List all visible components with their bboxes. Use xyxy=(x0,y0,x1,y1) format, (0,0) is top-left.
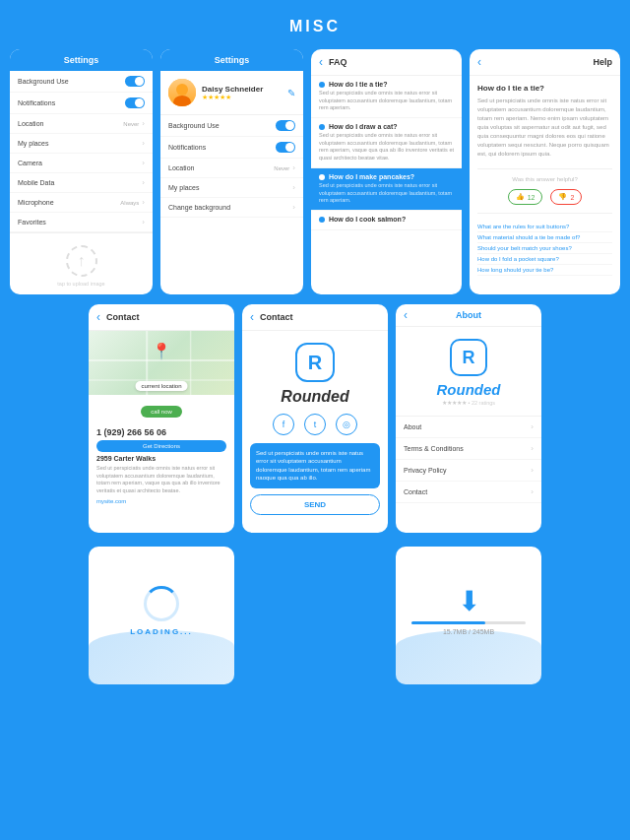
s2-notifications[interactable]: Notifications xyxy=(160,137,303,159)
map-pin-icon: 📍 xyxy=(152,341,171,359)
settings-item-notifications[interactable]: Notifications xyxy=(10,93,153,114)
twitter-icon[interactable]: t xyxy=(304,414,326,435)
help-link-1[interactable]: What are the rules for suit buttons? xyxy=(477,222,612,232)
help-answer-text: Sed ut perspiciatis unde omnis iste natu… xyxy=(470,97,620,164)
settings-item-background[interactable]: Background Use xyxy=(10,71,153,93)
avatar-face xyxy=(168,79,196,106)
download-panel: ⬇ 15.7MB / 245MB xyxy=(396,547,541,684)
profile-info: Daisy Schneider ★★★★★ xyxy=(202,85,263,101)
toggle-notifications[interactable] xyxy=(125,97,145,108)
profile-name: Daisy Schneider xyxy=(202,85,263,94)
faq-item-2[interactable]: How do I draw a cat? Sed ut perspiciatis… xyxy=(311,118,462,168)
faq-dot-active xyxy=(319,174,325,180)
download-icon: ⬇ xyxy=(458,585,480,617)
thumbup-icon: 👍 xyxy=(516,193,525,201)
toggle-notif2[interactable] xyxy=(276,142,295,153)
upload-icon[interactable]: ↑ xyxy=(66,245,97,277)
facebook-icon[interactable]: f xyxy=(273,414,294,435)
rounded-app-title: Rounded xyxy=(281,388,348,406)
help-links-list: What are the rules for suit buttons? Wha… xyxy=(470,218,620,280)
contact-description: Sed ut perspiciatis unde omnis iste natu… xyxy=(96,465,226,495)
call-now-button[interactable]: call now xyxy=(141,406,182,418)
rounded-logo: R xyxy=(295,343,335,382)
faq-item-3-active[interactable]: How do I make pancakes? Sed ut perspicia… xyxy=(311,168,462,211)
about-menu-terms[interactable]: Terms & Conditions › xyxy=(396,438,541,460)
settings-item-label: Camera xyxy=(18,160,42,166)
download-size-label: 15.7MB / 245MB xyxy=(443,628,494,635)
settings-item-label: My places xyxy=(18,140,49,147)
settings-panel-2: Settings Daisy Schneider ★★★★★ ✎ Backgro… xyxy=(160,49,303,294)
row-3: LOADING... ⬇ 15.7MB / 245MB xyxy=(0,543,630,694)
svg-point-0 xyxy=(176,84,188,96)
about-menu-privacy[interactable]: Privacy Policy › xyxy=(396,460,541,482)
progress-bar-area xyxy=(404,621,534,624)
settings-item-myplaces[interactable]: My places › xyxy=(10,134,153,154)
website-link[interactable]: mysite.com xyxy=(96,498,226,504)
edit-icon[interactable]: ✎ xyxy=(287,88,295,98)
upload-label: tap to upload image xyxy=(18,281,145,287)
settings-item-mobiledata[interactable]: Mobile Data › xyxy=(10,173,153,193)
faq-item-1[interactable]: How do I tie a tie? Sed ut perspiciatis … xyxy=(311,76,462,118)
back-icon[interactable]: ‹ xyxy=(319,55,323,69)
chevron-right-icon: › xyxy=(142,139,145,148)
faq-dot xyxy=(319,217,325,223)
chevron-right-icon: › xyxy=(142,159,145,167)
loading-panel: LOADING... xyxy=(89,547,234,684)
help-panel: ‹ Help How do I tie a tie? Sed ut perspi… xyxy=(470,49,620,294)
profile-area[interactable]: Daisy Schneider ★★★★★ ✎ xyxy=(160,71,303,115)
s2-changebg[interactable]: Change background › xyxy=(160,198,303,218)
about-header-title: About xyxy=(456,310,481,320)
progress-bar-fill xyxy=(411,621,485,624)
s2-location[interactable]: Location Never › xyxy=(160,159,303,178)
s2-background[interactable]: Background Use xyxy=(160,115,303,137)
settings-item-label: Mobile Data xyxy=(18,179,54,186)
faq-dot xyxy=(319,124,325,130)
back-icon[interactable]: ‹ xyxy=(477,55,481,69)
chevron-right-icon: › xyxy=(142,119,145,128)
help-link-5[interactable]: How long should your tie be? xyxy=(477,265,612,276)
help-header: ‹ Help xyxy=(470,49,620,76)
back-icon[interactable]: ‹ xyxy=(404,308,408,322)
back-icon[interactable]: ‹ xyxy=(96,310,100,324)
map-label: current location xyxy=(135,381,187,391)
toggle-background[interactable] xyxy=(125,76,145,87)
contact-title: Contact xyxy=(106,312,140,322)
help-link-4[interactable]: How do I fold a pocket square? xyxy=(477,254,612,265)
address: 2959 Carter Walks xyxy=(96,455,226,462)
loading-text: LOADING... xyxy=(130,627,193,636)
instagram-icon[interactable]: ◎ xyxy=(336,414,357,435)
faq-item-4[interactable]: How do I cook salmon? xyxy=(311,211,462,230)
rounded-header: ‹ Contact xyxy=(242,304,388,331)
loading-spinner xyxy=(144,586,179,621)
settings-item-label: Change background xyxy=(168,204,230,211)
toggle-bg2[interactable] xyxy=(276,120,295,131)
faq-dot xyxy=(319,82,325,88)
about-menu-about[interactable]: About › xyxy=(396,417,541,438)
faq-question-3: How do I make pancakes? xyxy=(319,173,454,180)
thumbup-button[interactable]: 👍 12 xyxy=(508,189,543,205)
contact2-title: Contact xyxy=(260,312,293,322)
send-button[interactable]: SEND xyxy=(250,494,380,515)
about-menu-label: Privacy Policy xyxy=(404,467,447,474)
about-menu-contact[interactable]: Contact › xyxy=(396,482,541,503)
faq-header: ‹ FAQ xyxy=(311,49,462,76)
settings-item-label: Favorites xyxy=(18,219,46,226)
s2-myplaces[interactable]: My places › xyxy=(160,178,303,198)
directions-button[interactable]: Get Directions xyxy=(96,440,226,452)
call-now-area: call now xyxy=(89,395,234,423)
settings-panel-1: Settings Background Use Notifications Lo… xyxy=(10,49,153,294)
divider2 xyxy=(477,213,612,214)
chevron-right-icon: › xyxy=(142,218,145,226)
back-icon[interactable]: ‹ xyxy=(250,310,254,324)
settings-item-location[interactable]: Location Never › xyxy=(10,114,153,134)
settings-item-microphone[interactable]: Microphone Always › xyxy=(10,193,153,213)
rounded-content: R Rounded f t ◎ Sed ut perspiciatis unde… xyxy=(242,331,388,523)
map-area: 📍 current location xyxy=(89,331,234,395)
thumbdown-button[interactable]: 👎 2 xyxy=(550,189,582,205)
profile-stars: ★★★★★ xyxy=(202,94,263,101)
help-link-3[interactable]: Should your belt match your shoes? xyxy=(477,243,612,254)
settings-item-label: Background Use xyxy=(18,78,69,85)
help-link-2[interactable]: What material should a tie be made of? xyxy=(477,232,612,243)
settings-item-favorites[interactable]: Favorites › xyxy=(10,213,153,232)
settings-item-camera[interactable]: Camera › xyxy=(10,154,153,173)
